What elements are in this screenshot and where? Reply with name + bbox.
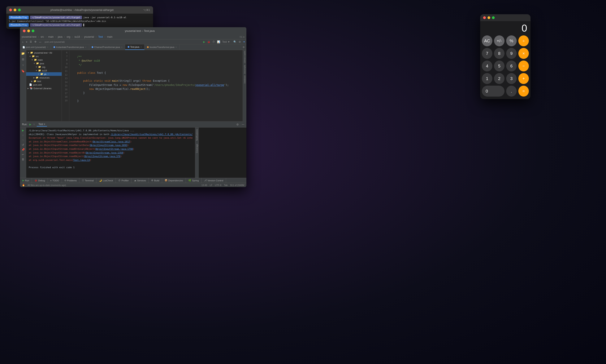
tab-test[interactable]: Test.java × (125, 44, 144, 50)
sidebar-database-label[interactable]: Database (244, 75, 246, 84)
run-pin-btn[interactable]: 📌 (21, 148, 25, 151)
calc-maximize-btn[interactable] (492, 16, 495, 19)
bottom-tab-todo[interactable]: ≡ TODO (48, 178, 62, 183)
code-editor[interactable]: 6 7 8 9 10 11 12 13 14 15 16 17 18 19 (62, 50, 243, 121)
calc-btn-4[interactable]: 4 (482, 61, 492, 71)
breadcrumb-org[interactable]: org (67, 35, 70, 38)
breadcrumb-test[interactable]: Test (98, 35, 103, 38)
calc-btn-divide[interactable]: ÷ (518, 35, 529, 46)
tree-src[interactable]: ▼ 📁 src (26, 54, 62, 58)
breadcrumb-java[interactable]: java (58, 35, 62, 38)
tree-org[interactable]: ▼ 📁 org (26, 65, 62, 69)
bottom-tab-problems[interactable]: ⊙ Problems (62, 178, 80, 183)
run-wrap-btn[interactable]: ↩ (22, 153, 24, 156)
run-stop-btn[interactable]: ◾ (21, 138, 25, 142)
tree-su18[interactable]: ▼ 📁 su18 (26, 69, 62, 72)
bottom-tab-luacheck[interactable]: 🌙 LuaCheck (96, 178, 116, 183)
tree-test[interactable]: ▶ 📁 test (26, 79, 62, 83)
breadcrumb-main[interactable]: main (48, 35, 54, 38)
tree-root[interactable]: ▼ 📁 ysuserial-test ~/Id (26, 51, 62, 54)
tree-resources[interactable]: ▶ 📁 resources (26, 76, 62, 79)
terminal-close-btn[interactable] (9, 9, 12, 11)
bottom-tab-vcs[interactable]: ⎇ Version Control (202, 178, 226, 183)
breadcrumb-project[interactable]: ysuserial-test (22, 35, 37, 38)
copilot-btn[interactable]: ✦ (243, 40, 245, 43)
calc-btn-plusminus[interactable]: +/- (494, 35, 505, 46)
calc-btn-equals[interactable]: = (518, 86, 529, 97)
bottom-tab-services[interactable]: ☁ Services (131, 178, 149, 183)
terminal-minimize-btn[interactable] (14, 9, 16, 11)
bottom-tab-run[interactable]: ▶ Run (20, 178, 32, 183)
vert-tab-notifications[interactable]: Notifications (195, 128, 199, 142)
run-trash-btn[interactable]: 🗑 (22, 158, 24, 161)
breadcrumb-ysuserial[interactable]: ysuserial (84, 35, 94, 38)
run-arrow-up[interactable]: ↑ (22, 134, 24, 137)
sidebar-pullreq-icon[interactable]: ⑂ (22, 64, 24, 67)
settings-btn[interactable]: ⚙ (239, 40, 241, 43)
bottom-tab-build[interactable]: ⚙ Build (149, 178, 162, 183)
toolbar-dash-btn[interactable]: — (38, 40, 42, 44)
tab-invoker[interactable]: InvokerTransformer.java × (144, 45, 179, 50)
calc-btn-9[interactable]: 9 (506, 48, 517, 59)
calc-btn-6[interactable]: 6 (506, 61, 517, 71)
sidebar-bookmarks-icon[interactable]: 🔖 (21, 69, 25, 73)
ide-maximize-btn[interactable] (32, 29, 34, 32)
run-tab-test[interactable]: Test × (37, 122, 47, 127)
calc-btn-7[interactable]: 7 (482, 48, 492, 59)
run-btn[interactable]: ▶ (203, 40, 205, 43)
run-close-btn[interactable]: — (242, 123, 244, 126)
bottom-tab-debug[interactable]: 🐞 Debug (32, 178, 48, 183)
tree-ys[interactable]: ▼ 📁 ys ✓ (26, 72, 62, 76)
tab-chained-close[interactable]: × (121, 46, 123, 48)
bottom-tab-profiler[interactable]: ⏱ Profiler (116, 178, 131, 183)
vert-tab-coverage[interactable]: Coverage (195, 142, 199, 155)
tree-pom[interactable]: 📄 pom.xml (26, 83, 62, 87)
terminal-maximize-btn[interactable] (18, 9, 21, 11)
calc-btn-percent[interactable]: % (506, 35, 517, 46)
calc-btn-3[interactable]: 3 (506, 73, 517, 84)
sidebar-project-icon[interactable]: 📁 (21, 52, 25, 55)
run-play-icon[interactable]: ▶ (29, 123, 31, 126)
bottom-tab-spring[interactable]: 🌿 Spring (186, 178, 202, 183)
profile-btn[interactable]: 📊 (217, 40, 220, 43)
toolbar-list-btn[interactable]: ☰ (29, 40, 33, 44)
toolbar-gear-btn[interactable]: ⚙ (34, 40, 37, 44)
ide-minimize-btn[interactable] (27, 29, 30, 32)
run-up-icon[interactable]: ↑ (33, 123, 35, 126)
tab-pom-xml[interactable]: 📄 pom.xml (ysuserial) × (20, 45, 51, 50)
breadcrumb-su18[interactable]: su18 (74, 35, 80, 38)
calc-btn-1[interactable]: 1 (482, 73, 492, 84)
tab-more-btn[interactable]: ⚙ (241, 45, 246, 50)
breadcrumb-main-item[interactable]: main (107, 35, 112, 38)
calc-minimize-btn[interactable] (488, 16, 490, 19)
ide-close-btn[interactable] (23, 29, 26, 32)
run-restart-btn[interactable]: ↺ (22, 143, 24, 146)
calc-btn-add[interactable]: + (518, 73, 529, 84)
calc-btn-0[interactable]: 0 (482, 86, 505, 97)
calc-close-btn[interactable] (483, 16, 486, 19)
calc-btn-8[interactable]: 8 (494, 48, 505, 59)
run-play-btn[interactable]: ▶ (22, 129, 24, 132)
calc-btn-decimal[interactable]: . (506, 86, 517, 97)
tab-instantiate-close[interactable]: × (85, 46, 86, 48)
tree-main[interactable]: ▼ 📁 main (26, 58, 62, 62)
tab-instantiate[interactable]: InstantiateTransformer.java × (51, 45, 89, 50)
debug-btn[interactable]: 🐞 (207, 40, 210, 43)
sidebar-structure-icon[interactable]: ⊞ (22, 58, 24, 61)
tab-chained[interactable]: ChainedTransformer.java × (89, 45, 125, 50)
calc-btn-2[interactable]: 2 (494, 73, 505, 84)
coverage-btn[interactable]: ⏱ (212, 40, 215, 43)
sidebar-github-copilot-label[interactable]: GitHub Copilot (244, 50, 246, 64)
sidebar-decomple-label[interactable]: Decompile (244, 64, 246, 75)
toolbar-back-btn[interactable]: ⌂ (21, 40, 24, 44)
tree-java[interactable]: ▼ 📁 java (26, 62, 62, 65)
calc-btn-5[interactable]: 5 (494, 61, 505, 71)
search-btn[interactable]: 🔍 (233, 40, 236, 43)
calc-btn-multiply[interactable]: × (518, 48, 529, 59)
bottom-tab-deps[interactable]: 📦 Dependencies (162, 178, 186, 183)
breadcrumb-src[interactable]: src (41, 35, 44, 38)
tab-test-close[interactable]: × (140, 46, 142, 48)
toolbar-tree-btn[interactable]: ≡ (25, 40, 28, 44)
calc-btn-subtract[interactable]: − (518, 61, 529, 71)
calc-btn-ac[interactable]: AC (482, 35, 492, 46)
